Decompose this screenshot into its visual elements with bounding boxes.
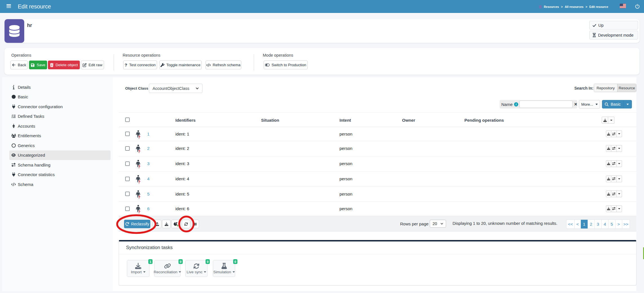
svg-text:?: ? [138,195,140,199]
svg-text:?: ? [138,210,140,214]
svg-text:?: ? [138,180,140,184]
svg-text:?: ? [138,165,140,168]
svg-text:?: ? [138,149,140,153]
svg-text:?: ? [138,135,140,139]
